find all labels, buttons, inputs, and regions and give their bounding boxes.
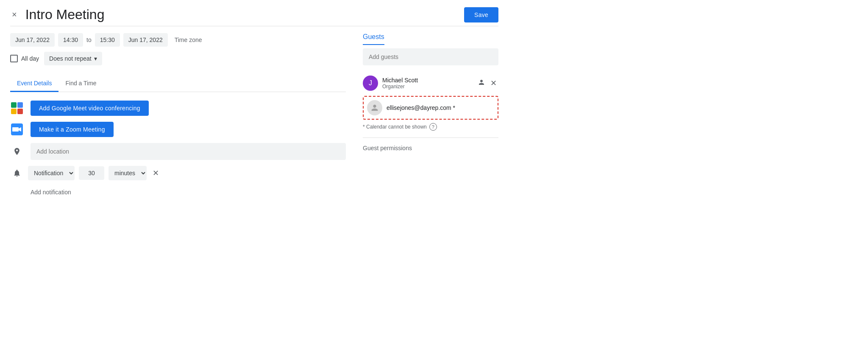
highlighted-guest-item: ellisejones@dayrep.com * bbox=[363, 96, 498, 120]
meet-row: Add Google Meet video conferencing bbox=[10, 101, 346, 116]
location-input[interactable] bbox=[31, 143, 346, 160]
organizer-actions: ✕ bbox=[476, 77, 498, 90]
allday-checkbox-box bbox=[10, 55, 18, 62]
make-zoom-meeting-button[interactable]: Make it a Zoom Meeting bbox=[31, 122, 114, 137]
guest-avatar-placeholder bbox=[367, 100, 382, 115]
end-date-button[interactable]: Jun 17, 2022 bbox=[123, 33, 168, 47]
svg-rect-0 bbox=[11, 102, 17, 108]
organizer-name: Michael Scott bbox=[382, 77, 472, 84]
calendar-note: * Calendar cannot be shown ? bbox=[363, 123, 498, 131]
datetime-row: Jun 17, 2022 14:30 to 15:30 Jun 17, 2022… bbox=[10, 33, 346, 47]
allday-checkbox[interactable]: All day bbox=[10, 55, 39, 62]
svg-rect-1 bbox=[17, 102, 23, 108]
add-guests-input[interactable] bbox=[363, 48, 498, 65]
google-meet-icon bbox=[10, 101, 24, 115]
svg-rect-2 bbox=[11, 109, 17, 114]
location-icon bbox=[10, 145, 24, 158]
zoom-icon bbox=[10, 123, 24, 136]
tab-event-details[interactable]: Event Details bbox=[10, 76, 58, 92]
svg-rect-3 bbox=[17, 109, 23, 114]
notification-row: Notification 30 minutes ✕ bbox=[10, 166, 346, 180]
allday-row: All day Does not repeat ▾ bbox=[10, 52, 346, 65]
tabs-row: Event Details Find a Time bbox=[10, 76, 346, 92]
notification-clear-button[interactable]: ✕ bbox=[151, 167, 161, 179]
guest-permissions-label: Guest permissions bbox=[363, 145, 498, 151]
guest-email: ellisejones@dayrep.com * bbox=[387, 104, 455, 111]
organizer-info: Michael Scott Organizer bbox=[382, 77, 472, 90]
add-notification-button[interactable]: Add notification bbox=[10, 185, 71, 199]
zoom-row: Make it a Zoom Meeting bbox=[10, 122, 346, 137]
organizer-avatar: J bbox=[363, 76, 378, 91]
timezone-button[interactable]: Time zone bbox=[171, 35, 206, 45]
organizer-remove-button[interactable]: ✕ bbox=[489, 77, 498, 90]
notification-unit-select[interactable]: minutes bbox=[108, 166, 147, 180]
to-label: to bbox=[86, 36, 92, 43]
start-time-button[interactable]: 14:30 bbox=[58, 33, 83, 47]
tab-find-a-time[interactable]: Find a Time bbox=[58, 76, 103, 92]
notification-type-select[interactable]: Notification bbox=[28, 166, 75, 180]
event-title: Intro Meeting bbox=[25, 7, 105, 22]
organizer-profile-button[interactable] bbox=[476, 77, 487, 90]
end-time-button[interactable]: 15:30 bbox=[95, 33, 120, 47]
add-google-meet-button[interactable]: Add Google Meet video conferencing bbox=[31, 101, 149, 116]
notification-value-input[interactable]: 30 bbox=[79, 166, 104, 180]
allday-label: All day bbox=[21, 55, 39, 62]
close-button[interactable]: × bbox=[10, 8, 19, 21]
organizer-item: J Michael Scott Organizer ✕ bbox=[363, 72, 498, 94]
guests-panel: Guests J Michael Scott Organizer bbox=[363, 33, 498, 199]
organizer-role: Organizer bbox=[382, 84, 472, 90]
save-button[interactable]: Save bbox=[464, 7, 498, 22]
notification-icon bbox=[10, 166, 24, 180]
start-date-button[interactable]: Jun 17, 2022 bbox=[10, 33, 55, 47]
location-row bbox=[10, 143, 346, 160]
guests-title: Guests bbox=[363, 33, 384, 45]
repeat-dropdown[interactable]: Does not repeat ▾ bbox=[44, 52, 102, 65]
info-icon: ? bbox=[429, 123, 437, 131]
